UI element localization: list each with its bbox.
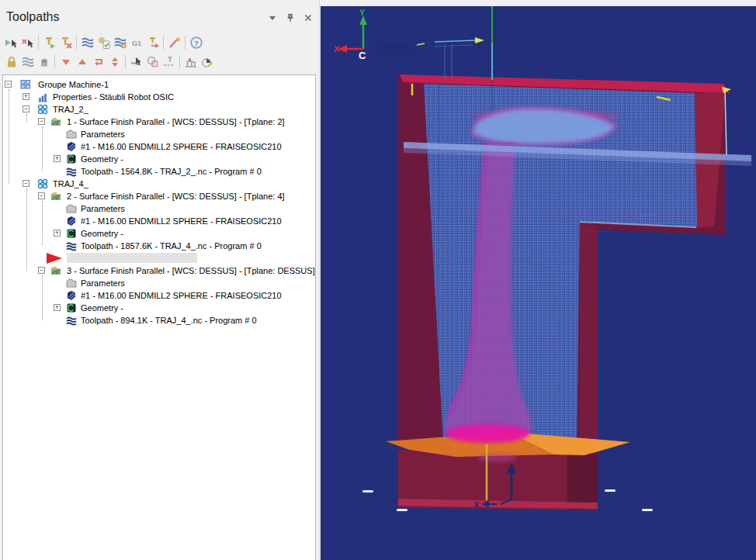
tool-icon <box>66 290 77 301</box>
axis-y-label: Y <box>359 8 366 17</box>
expand-toggle-geometry-1[interactable]: + <box>54 155 61 162</box>
toolbar-divider <box>179 55 180 69</box>
tree-item-traj-4-group[interactable]: TRAJ_4_ <box>53 178 88 190</box>
part-gizmo-x-label: X <box>474 501 480 510</box>
toggle-ghost-operations-button[interactable] <box>36 54 52 70</box>
tree-item-traj-2-group[interactable]: TRAJ_2_ <box>53 103 88 116</box>
regen-selected-operations-button[interactable] <box>41 35 57 50</box>
tree-item-label: TRAJ_4_ <box>53 179 88 188</box>
panel-title: Toolpaths <box>6 10 60 24</box>
lock-selected-operations-button[interactable] <box>3 54 19 70</box>
operations-tree[interactable]: −Groupe Machine-1+Properties - Stäubli R… <box>2 74 316 560</box>
parameters-icon <box>66 203 77 214</box>
machine-simulation-button[interactable] <box>182 54 199 70</box>
tree-item-operation-2[interactable]: 2 - Surface Finish Parallel - [WCS: DESS… <box>67 190 285 202</box>
tree-item-tool-1[interactable]: #1 - M16.00 ENDMILL2 SPHERE - FRAISEOSIC… <box>81 140 282 153</box>
toolbar-divider <box>185 36 186 50</box>
select-associated-geometry-button[interactable] <box>128 54 144 70</box>
toolbar-divider <box>38 36 39 50</box>
invalidate-selected-operations-button[interactable] <box>57 35 74 50</box>
regenerate-all-dirty-button[interactable] <box>79 35 95 50</box>
chevron-down-icon[interactable] <box>266 12 279 24</box>
tree-item-geometry-1[interactable]: Geometry - <box>81 153 123 165</box>
edit-selected-operations-button[interactable] <box>166 35 182 50</box>
tree-item-label: Parameters <box>81 278 125 288</box>
parameters-icon <box>66 129 77 140</box>
bone-foot-highlight <box>446 424 529 443</box>
tree-guide-line <box>42 275 43 320</box>
traj-group-icon <box>37 104 48 115</box>
toolpaths-toolbar-row2 <box>3 54 215 71</box>
tree-item-machine-group[interactable]: Groupe Machine-1 <box>38 78 109 91</box>
toolbar-divider <box>125 55 126 69</box>
viewport[interactable]: Y X C X <box>321 6 756 560</box>
expand-toggle-traj-4-group[interactable]: − <box>23 180 29 187</box>
tree-guide-line <box>26 188 28 271</box>
expand-toggle-geometry-3[interactable]: + <box>54 304 61 311</box>
tree-item-label: 3 - Surface Finish Parallel - [WCS: DESS… <box>67 266 315 275</box>
expand-toggle-traj-2-group[interactable]: − <box>23 105 29 112</box>
tree-item-tool-2[interactable]: #1 - M16.00 ENDMILL2 SPHERE - FRAISEOSIC… <box>81 215 282 227</box>
expand-toggle-machine-group[interactable]: − <box>5 81 12 88</box>
tree-item-toolpath-2[interactable]: Toolpath - 1857.6K - TRAJ_4_.nc - Progra… <box>81 240 262 252</box>
insertion-arrow[interactable] <box>45 252 64 264</box>
tool-icon <box>66 141 77 152</box>
toolpaths-panel-header: Toolpaths <box>0 8 319 29</box>
expand-toggle-operation-3[interactable]: − <box>38 267 45 274</box>
traj-group-icon <box>37 178 48 189</box>
tree-item-label: TRAJ_2_ <box>53 105 88 114</box>
tree-item-tool-3[interactable]: #1 - M16.00 ENDMILL2 SPHERE - FRAISEOSIC… <box>81 289 282 302</box>
scroll-insert-arrow-button[interactable] <box>106 54 123 70</box>
tree-item-operation-3[interactable]: 3 - Surface Finish Parallel - [WCS: DESS… <box>67 264 315 277</box>
toolpath-waves-icon <box>66 166 77 177</box>
expand-toggle-geometry-2[interactable]: + <box>54 230 61 237</box>
select-all-operations-button[interactable] <box>3 35 19 50</box>
backplot-g1-button[interactable]: G1 <box>128 35 144 50</box>
toolpaths-panel: Toolpaths G1? −Groupe Machine-1+Properti… <box>0 0 320 560</box>
tree-item-toolpath-1[interactable]: Toolpath - 1564.8K - TRAJ_2_.nc - Progra… <box>81 165 262 178</box>
tree-item-parameters-1[interactable]: Parameters <box>81 128 125 140</box>
tree-item-label: Toolpath - 1857.6K - TRAJ_4_.nc - Progra… <box>81 241 262 251</box>
operation-icon <box>50 265 61 276</box>
tree-guide-line <box>42 201 43 246</box>
tree-item-label: Geometry - <box>81 229 123 238</box>
tree-item-operation-1[interactable]: 1 - Surface Finish Parallel - [WCS: DESS… <box>67 116 285 128</box>
tree-item-geometry-2[interactable]: Geometry - <box>81 227 123 240</box>
pin-icon[interactable] <box>284 12 297 24</box>
tool-icon <box>66 216 77 226</box>
toggle-toolpath-display-button[interactable] <box>19 54 36 70</box>
close-icon[interactable] <box>302 12 314 24</box>
tree-item-machine-properties[interactable]: Properties - Stäubli Robot OSIC <box>53 91 174 103</box>
mastercam-window: Toolpaths G1? −Groupe Machine-1+Properti… <box>0 0 756 560</box>
geometry-icon <box>66 302 77 313</box>
unselect-all-operations-button[interactable] <box>19 35 36 50</box>
tree-item-label: Toolpath - 894.1K - TRAJ_4_.nc - Program… <box>81 316 257 325</box>
help-button[interactable]: ? <box>188 35 204 50</box>
expand-toggle-operation-2[interactable]: − <box>38 192 45 199</box>
tree-item-label: Parameters <box>81 204 125 213</box>
tree-item-geometry-3[interactable]: Geometry - <box>81 302 123 314</box>
setup-sheet-report-button[interactable] <box>199 54 215 70</box>
move-insert-arrow-down-button[interactable] <box>57 54 74 70</box>
tree-item-parameters-3[interactable]: Parameters <box>81 277 125 289</box>
simulate-selected-operations-button[interactable] <box>112 35 128 50</box>
verify-selected-operations-button[interactable] <box>95 35 112 50</box>
select-by-tool-button[interactable] <box>161 54 177 70</box>
post-selected-operations-button[interactable] <box>144 35 161 50</box>
move-insert-arrow-up-button[interactable] <box>74 54 90 70</box>
tree-item-label: Toolpath - 1564.8K - TRAJ_2_.nc - Progra… <box>81 167 262 176</box>
expand-toggle-machine-properties[interactable]: + <box>23 93 29 100</box>
bone-shadow <box>477 453 518 462</box>
toolbar-divider <box>54 55 55 69</box>
tree-item-label: #1 - M16.00 ENDMILL2 SPHERE - FRAISEOSIC… <box>81 216 282 226</box>
select-by-window-button[interactable] <box>144 54 161 70</box>
tree-item-parameters-2[interactable]: Parameters <box>81 202 125 215</box>
tree-item-label: Properties - Stäubli Robot OSIC <box>53 92 174 102</box>
wcs-axes-gizmo: Y X C <box>334 8 367 61</box>
tree-item-label: #1 - M16.00 ENDMILL2 SPHERE - FRAISEOSIC… <box>81 142 282 151</box>
operation-icon <box>50 191 61 202</box>
tree-item-toolpath-3[interactable]: Toolpath - 894.1K - TRAJ_4_.nc - Program… <box>81 314 257 327</box>
toolpath-waves-icon <box>66 315 77 326</box>
expand-toggle-operation-1[interactable]: − <box>38 118 45 125</box>
insert-arrow-to-end-button[interactable] <box>90 54 106 70</box>
